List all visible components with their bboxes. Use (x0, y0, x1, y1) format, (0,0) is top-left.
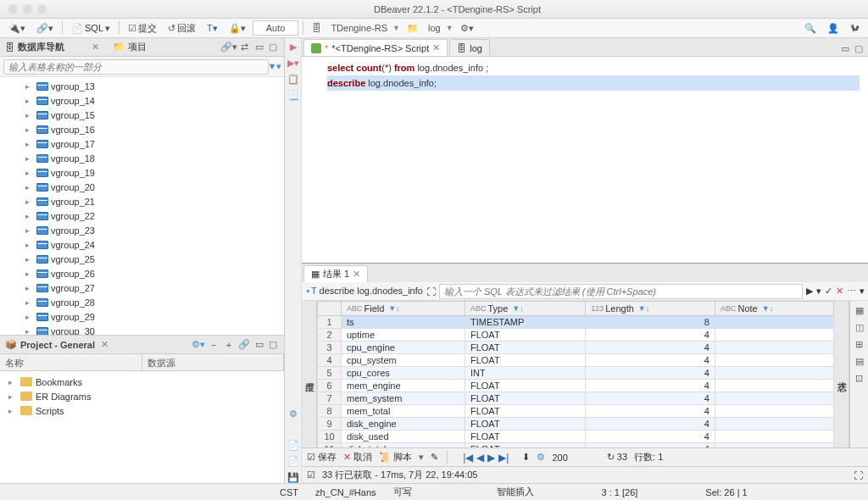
projects-tab[interactable]: 项目 (128, 41, 147, 53)
maximize-icon[interactable]: ▢ (267, 339, 279, 351)
lock-button[interactable]: 🔒▾ (225, 21, 250, 36)
panel-icon[interactable]: ▦ (854, 304, 865, 316)
add-icon[interactable]: + (223, 339, 235, 351)
expand-icon[interactable]: ⛶ (426, 286, 436, 297)
minimize-icon[interactable]: ▭ (839, 42, 851, 54)
sql-button[interactable]: 📄SQL▾ (67, 21, 114, 36)
export-icon[interactable]: ⬇ (522, 452, 530, 463)
run-script-icon[interactable]: ▶▾ (287, 58, 299, 69)
tree-item[interactable]: ▸vgroup_27 (0, 281, 284, 295)
table-row[interactable]: 10disk_usedFLOAT4 (318, 431, 834, 443)
apply-icon[interactable]: ✓ (825, 286, 832, 297)
tree-item[interactable]: ▸vgroup_19 (0, 165, 284, 180)
next-icon[interactable]: ▶ (487, 452, 495, 464)
col-name[interactable]: 名称 (0, 354, 142, 370)
tree-item[interactable]: ▸vgroup_17 (0, 136, 284, 151)
refresh-icon[interactable]: ↻ 33 (607, 452, 627, 463)
tree-item[interactable]: ▸vgroup_25 (0, 252, 284, 266)
link-icon[interactable]: 🔗▾ (223, 42, 235, 53)
gear-icon[interactable]: ⚙ (289, 408, 298, 419)
close-icon[interactable]: ✕ (353, 269, 360, 280)
results-side-tabs[interactable]: 维度 (302, 301, 317, 447)
panel-icon[interactable]: ◫ (854, 321, 865, 333)
col-type[interactable]: ABC Type▼↓ (465, 302, 585, 316)
col-rownum[interactable] (318, 302, 342, 316)
config-icon[interactable]: ⚙ (537, 452, 545, 463)
tree-item[interactable]: ▸vgroup_28 (0, 295, 284, 309)
link-icon[interactable]: 🔗 (238, 339, 250, 351)
table-row[interactable]: 1tsTIMESTAMP8 (318, 316, 834, 329)
col-datasource[interactable]: 数据源 (142, 354, 285, 370)
panel-icon[interactable]: ⊡ (854, 372, 865, 384)
filter-toggle-icon[interactable]: ▼▾ (269, 61, 281, 73)
maximize-icon[interactable]: ▢ (853, 42, 865, 54)
panel-icon[interactable]: ⊞ (854, 338, 865, 350)
table-row[interactable]: 5cpu_coresINT4 (318, 367, 834, 380)
col-note[interactable]: ABC Note▼↓ (715, 302, 833, 316)
tree-item[interactable]: ▸vgroup_24 (0, 237, 284, 252)
import-icon[interactable]: 📄 (287, 456, 299, 467)
maximize-icon[interactable]: ⛶ (854, 470, 863, 481)
prev-icon[interactable]: ◀ (476, 452, 484, 464)
search-icon[interactable]: 🔍 (800, 21, 821, 36)
project-item[interactable]: ▸Bookmarks (0, 375, 284, 389)
maximize-icon[interactable] (37, 4, 47, 14)
app-icon[interactable]: 🐿 (846, 21, 864, 35)
breadcrumb-schema[interactable]: log (426, 23, 443, 33)
connect-button[interactable]: 🔌▾ (4, 21, 30, 36)
project-tree[interactable]: ▸Bookmarks▸ER Diagrams▸Scripts (0, 371, 284, 483)
table-row[interactable]: 7mem_systemFLOAT4 (318, 392, 834, 405)
tree-item[interactable]: ▸vgroup_13 (0, 79, 284, 93)
table-row[interactable]: 4cpu_systemFLOAT4 (318, 354, 834, 367)
notif-icon[interactable]: 👤 (823, 21, 843, 36)
clear-icon[interactable]: ✕ (836, 286, 843, 297)
table-row[interactable]: 6mem_engineFLOAT4 (318, 380, 834, 392)
commit-button[interactable]: ☑提交 (124, 20, 161, 36)
tree-item[interactable]: ▸vgroup_20 (0, 180, 284, 194)
explain-icon[interactable]: 📃 (287, 90, 299, 101)
tree-item[interactable]: ▸vgroup_16 (0, 122, 284, 136)
tab-log[interactable]: 🗄 log (449, 39, 490, 56)
table-row[interactable]: 3cpu_engineFLOAT4 (318, 342, 834, 354)
table-row[interactable]: 9disk_engineFLOAT4 (318, 418, 834, 431)
tree-item[interactable]: ▸vgroup_30 (0, 324, 284, 335)
auto-commit-toggle[interactable]: Auto (253, 20, 299, 36)
close-icon[interactable] (8, 4, 18, 14)
tree-item[interactable]: ▸vgroup_18 (0, 151, 284, 165)
results-side-tabs-right[interactable]: 状态 (834, 301, 849, 447)
tree-item[interactable]: ▸vgroup_26 (0, 266, 284, 281)
tree-item[interactable]: ▸vgroup_21 (0, 194, 284, 208)
results-grid[interactable]: ABC Field▼↓ ABC Type▼↓ 123 Length▼↓ ABC … (317, 301, 834, 447)
prev-icon[interactable]: ▶ (806, 286, 813, 297)
more-icon[interactable]: ⋯ (847, 286, 856, 297)
collapse-icon[interactable]: − (208, 339, 220, 351)
tree-item[interactable]: ▸vgroup_23 (0, 223, 284, 237)
last-icon[interactable]: ▶| (498, 452, 509, 464)
tree-item[interactable]: ▸vgroup_14 (0, 93, 284, 108)
table-row[interactable]: 2uptimeFLOAT4 (318, 329, 834, 342)
settings-icon[interactable]: ▾ (860, 286, 865, 297)
breadcrumb-db[interactable]: TDengine-RS (328, 23, 390, 33)
close-icon[interactable]: ✕ (92, 42, 99, 53)
tab-results[interactable]: ▦ 结果 1 ✕ (303, 265, 368, 282)
gear-icon[interactable]: ⚙▾ (192, 339, 204, 351)
minimize-icon[interactable] (23, 4, 32, 14)
new-conn-button[interactable]: 🔗▾ (32, 21, 58, 36)
page-size[interactable]: 200 (552, 453, 567, 463)
tree-item[interactable]: ▸vgroup_15 (0, 108, 284, 122)
cancel-button[interactable]: ✕ 取消 (343, 451, 372, 464)
tx-button[interactable]: T▾ (203, 21, 222, 36)
nav-filter-input[interactable] (3, 59, 269, 75)
sql-editor[interactable]: select count(*) from log.dnodes_info ; d… (302, 57, 868, 263)
run-icon[interactable]: ▶ (290, 42, 297, 53)
export-icon[interactable]: 📄 (287, 440, 299, 451)
tree-item[interactable]: ▸vgroup_29 (0, 309, 284, 324)
edit-icon[interactable]: ✎ (431, 452, 438, 463)
save-icon[interactable]: 💾 (287, 472, 299, 483)
plan-icon[interactable]: 📋 (287, 74, 299, 85)
tree-item[interactable]: ▸vgroup_22 (0, 208, 284, 223)
close-icon[interactable]: ✕ (432, 42, 440, 53)
nav-tree[interactable]: ▸vgroup_13▸vgroup_14▸vgroup_15▸vgroup_16… (0, 77, 284, 335)
settings-icon[interactable]: ⚙▾ (456, 21, 478, 36)
col-field[interactable]: ABC Field▼↓ (342, 302, 465, 316)
